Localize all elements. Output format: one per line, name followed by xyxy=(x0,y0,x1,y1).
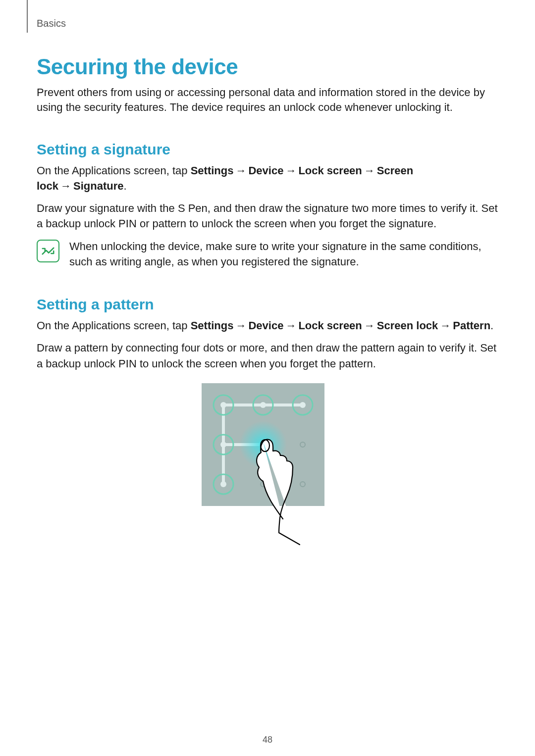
pattern-body: Draw a pattern by connecting four dots o… xyxy=(37,340,505,371)
path-step: Settings xyxy=(191,319,234,332)
pattern-figure xyxy=(37,383,505,547)
path-step: Lock screen xyxy=(298,164,362,177)
svg-point-8 xyxy=(260,402,266,408)
note: When unlocking the device, make sure to … xyxy=(37,239,505,269)
note-text: When unlocking the device, make sure to … xyxy=(69,239,505,269)
svg-point-7 xyxy=(220,402,226,408)
arrow-icon: → xyxy=(283,164,298,177)
arrow-icon: → xyxy=(362,319,377,332)
path-step: Pattern xyxy=(453,319,490,332)
path-step: Device xyxy=(248,319,283,332)
svg-point-11 xyxy=(220,481,226,487)
signature-body: Draw your signature with the S Pen, and … xyxy=(37,201,505,231)
arrow-icon: → xyxy=(283,319,298,332)
pattern-path: On the Applications screen, tap Settings… xyxy=(37,318,505,333)
signature-path: On the Applications screen, tap Settings… xyxy=(37,163,505,194)
content: Securing the device Prevent others from … xyxy=(37,19,505,547)
text: . xyxy=(490,319,493,332)
heading-pattern: Setting a pattern xyxy=(37,296,505,313)
arrow-icon: → xyxy=(362,164,377,177)
page-number: 48 xyxy=(0,735,535,745)
section-signature: Setting a signature On the Applications … xyxy=(37,141,505,269)
svg-point-10 xyxy=(220,442,226,448)
pattern-illustration-icon xyxy=(202,383,340,547)
breadcrumb: Basics xyxy=(37,18,66,29)
arrow-icon: → xyxy=(58,180,73,192)
text: On the Applications screen, tap xyxy=(37,319,191,332)
arrow-icon: → xyxy=(438,319,453,332)
path-step: Settings xyxy=(191,164,234,177)
heading-signature: Setting a signature xyxy=(37,141,505,158)
svg-point-9 xyxy=(300,402,306,408)
section-pattern: Setting a pattern On the Applications sc… xyxy=(37,296,505,547)
page: Basics Securing the device Prevent other… xyxy=(0,0,535,756)
path-step: Lock screen xyxy=(298,319,362,332)
path-step: Device xyxy=(248,164,283,177)
header-divider xyxy=(27,0,28,33)
text: On the Applications screen, tap xyxy=(37,164,191,177)
note-icon xyxy=(37,240,59,262)
path-step: Screen lock xyxy=(377,319,438,332)
arrow-icon: → xyxy=(233,319,248,332)
text: . xyxy=(124,180,127,192)
arrow-icon: → xyxy=(233,164,248,177)
page-title: Securing the device xyxy=(37,54,505,79)
intro-text: Prevent others from using or accessing p… xyxy=(37,85,505,115)
path-step: Signature xyxy=(73,180,123,192)
